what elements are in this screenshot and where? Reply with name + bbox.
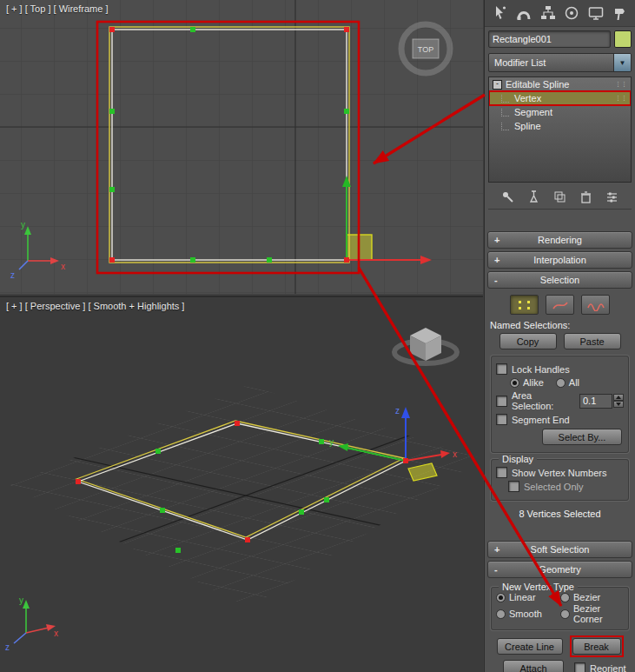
select-by-button[interactable]: Select By... <box>542 429 622 445</box>
area-selection-spinner[interactable] <box>579 394 624 409</box>
checkbox-icon[interactable] <box>508 481 519 492</box>
viewport-perspective[interactable]: y x z <box>0 296 483 672</box>
create-icon <box>491 4 508 22</box>
motion-tab[interactable] <box>561 3 582 23</box>
expand-icon: + <box>494 544 499 555</box>
rollout-selection[interactable]: - Selection <box>487 271 632 289</box>
area-selection-checkbox[interactable]: Area Selection: <box>496 390 624 411</box>
copy-button[interactable]: Copy <box>499 333 557 349</box>
checkbox-icon[interactable] <box>574 662 585 672</box>
rollout-title: Selection <box>488 275 632 285</box>
vertex-subobject-button[interactable] <box>510 295 539 315</box>
subobject-level-buttons <box>489 295 631 315</box>
chevron-down-icon[interactable]: ▼ <box>613 54 631 71</box>
checkbox-icon[interactable] <box>496 467 507 478</box>
tree-branch <box>501 95 509 103</box>
rollout-geometry[interactable]: - Geometry <box>487 561 632 578</box>
pin-stack-button[interactable] <box>499 188 517 205</box>
area-selection-input[interactable] <box>579 394 612 409</box>
rollout-interpolation[interactable]: + Interpolation <box>487 251 632 269</box>
spline-subobject-button[interactable] <box>581 295 610 315</box>
stack-item-spline[interactable]: Spline <box>489 119 631 133</box>
rollout-title: Soft Selection <box>488 544 632 555</box>
reorient-checkbox[interactable]: Reorient <box>574 662 626 672</box>
viewport-perspective-canvas[interactable]: y x z <box>0 297 483 672</box>
bezier-corner-radio[interactable]: Bezier Corner <box>560 603 624 624</box>
rollout-rendering[interactable]: + Rendering <box>487 231 632 249</box>
segment-end-checkbox[interactable]: Segment End <box>496 414 624 425</box>
radio-icon[interactable] <box>496 609 506 619</box>
new-vertex-type-title: New Vertex Type <box>499 582 578 592</box>
make-unique-button[interactable] <box>552 188 569 205</box>
display-group-title: Display <box>499 454 537 464</box>
object-color-swatch[interactable] <box>614 30 632 48</box>
subobject-dots-icon: ⋮⋮ <box>615 95 627 102</box>
bezier-radio[interactable]: Bezier <box>560 592 624 602</box>
configure-modifier-sets-button[interactable] <box>604 188 621 205</box>
checkbox-icon[interactable] <box>496 396 507 407</box>
radio-icon[interactable] <box>496 593 506 602</box>
viewport-top-label[interactable]: [ + ] [ Top ] [ Wireframe ] <box>6 3 108 14</box>
modifier-list-label: Modifier List <box>489 54 613 71</box>
create-tab[interactable] <box>489 3 510 23</box>
display-tab[interactable] <box>585 3 606 23</box>
break-button[interactable]: Break <box>572 638 621 655</box>
radio-icon[interactable] <box>560 609 570 619</box>
stack-item-segment[interactable]: Segment <box>489 105 631 119</box>
axis-x-label: x <box>61 262 65 271</box>
radio-label: Linear <box>509 592 536 602</box>
viewport-perspective-label[interactable]: [ + ] [ Perspective ] [ Smooth + Highlig… <box>6 301 184 311</box>
checkbox-icon[interactable] <box>496 414 507 425</box>
radio-icon[interactable] <box>560 593 570 602</box>
lock-handles-mode-radios: Alike All <box>510 377 624 388</box>
spline-icon <box>586 299 605 311</box>
rollout-title: Geometry <box>488 564 632 575</box>
expand-icon: + <box>494 235 499 245</box>
modify-tab[interactable] <box>513 3 534 23</box>
checkbox-icon[interactable] <box>496 363 507 375</box>
checkbox-label: Show Vertex Numbers <box>512 468 606 478</box>
linear-radio[interactable]: Linear <box>496 592 559 602</box>
motion-icon <box>563 4 580 22</box>
viewport-top[interactable]: TOP y x z [ + ] [ Top ] [ Wireframe ] <box>0 0 483 294</box>
axis-y-label: y <box>21 220 25 230</box>
flask-icon <box>526 190 541 204</box>
object-name-row <box>488 30 632 48</box>
selected-only-checkbox[interactable]: Selected Only <box>508 481 624 492</box>
collapse-icon[interactable]: - <box>493 80 502 90</box>
paste-button[interactable]: Paste <box>564 333 621 349</box>
geometry-rollout-body: New Vertex Type Linear Bezier Smooth <box>485 578 635 672</box>
show-end-result-button[interactable] <box>526 188 543 205</box>
alike-radio[interactable]: Alike <box>510 377 544 388</box>
modify-icon <box>515 4 532 22</box>
lock-handles-checkbox[interactable]: Lock Handles <box>496 363 624 375</box>
vertex-icon <box>515 299 534 311</box>
rollout-soft-selection[interactable]: + Soft Selection <box>487 541 632 558</box>
axis-z-label: z <box>10 270 15 280</box>
create-line-button[interactable]: Create Line <box>497 638 563 655</box>
attach-row: Attach Reorient <box>489 660 631 672</box>
utilities-icon <box>612 4 629 22</box>
smooth-radio[interactable]: Smooth <box>496 603 559 624</box>
radio-icon[interactable] <box>510 378 519 388</box>
hierarchy-tab[interactable] <box>538 3 559 23</box>
gizmo-y-label: y <box>329 437 334 447</box>
spinner-up-icon[interactable] <box>613 394 624 401</box>
utilities-tab[interactable] <box>610 3 631 23</box>
stack-item-vertex[interactable]: Vertex ⋮⋮ <box>489 91 631 105</box>
all-radio[interactable]: All <box>556 377 579 388</box>
modifier-list-dropdown[interactable]: Modifier List ▼ <box>488 53 632 72</box>
spinner-down-icon[interactable] <box>613 401 624 408</box>
modifier-stack: - Editable Spline ⋮⋮ Vertex ⋮⋮ Segment S… <box>488 77 632 183</box>
radio-icon[interactable] <box>556 378 566 388</box>
display-group: Display Show Vertex Numbers Selected Onl… <box>491 459 629 501</box>
remove-modifier-button[interactable] <box>578 188 595 205</box>
viewcube-label[interactable]: TOP <box>418 45 433 54</box>
stack-item-label: Editable Spline <box>506 79 569 90</box>
attach-button[interactable]: Attach <box>503 660 564 672</box>
segment-subobject-button[interactable] <box>546 295 574 315</box>
stack-item-editable-spline[interactable]: - Editable Spline ⋮⋮ <box>489 77 631 91</box>
viewport-top-canvas[interactable]: TOP y x z <box>0 0 483 294</box>
show-vertex-numbers-checkbox[interactable]: Show Vertex Numbers <box>496 467 624 478</box>
object-name-field[interactable] <box>488 30 611 48</box>
